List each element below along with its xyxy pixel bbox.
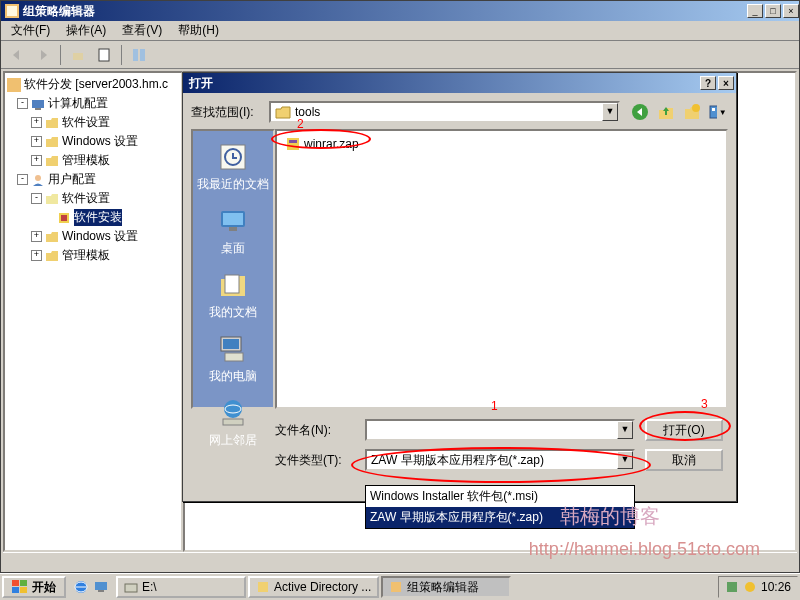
svg-rect-30 [12, 580, 19, 586]
svg-rect-3 [99, 49, 109, 61]
open-button[interactable]: 打开(O) [645, 419, 723, 441]
windows-flag-icon [12, 580, 28, 594]
ql-ie-icon[interactable] [72, 578, 90, 596]
properties-button[interactable] [92, 44, 116, 66]
svg-rect-14 [710, 106, 717, 118]
svg-rect-28 [287, 138, 299, 150]
taskbar: 开始 E:\ Active Directory ... 组策略编辑器 10:26 [0, 573, 800, 600]
start-button[interactable]: 开始 [2, 576, 66, 598]
expander-icon[interactable]: - [17, 98, 28, 109]
svg-point-9 [35, 175, 41, 181]
up-button[interactable] [66, 44, 90, 66]
expander-icon[interactable]: + [31, 117, 42, 128]
place-recent[interactable]: 我最近的文档 [193, 135, 273, 199]
tree-uc-software[interactable]: - 软件设置 [7, 189, 179, 208]
svg-rect-33 [20, 587, 27, 593]
lookin-label: 查找范围(I): [191, 104, 269, 121]
main-title: 组策略编辑器 [23, 3, 745, 20]
lookin-value: tools [295, 105, 320, 119]
svg-rect-29 [289, 140, 297, 143]
file-list[interactable]: winrar.zap 2 [275, 129, 728, 409]
svg-point-13 [692, 104, 700, 112]
tree-cc-windows[interactable]: + Windows 设置 [7, 132, 179, 151]
tree-computer-config[interactable]: - 计算机配置 [7, 94, 179, 113]
dialog-close-button[interactable]: × [718, 76, 734, 90]
tray-icon-1[interactable] [725, 580, 739, 594]
tray-icon-2[interactable] [743, 580, 757, 594]
expander-icon[interactable]: + [31, 250, 42, 261]
watermark-text-2: http://hanmei.blog.51cto.com [529, 539, 760, 560]
minimize-button[interactable]: _ [747, 4, 763, 18]
expander-icon[interactable]: - [31, 193, 42, 204]
svg-rect-22 [225, 275, 239, 293]
svg-rect-6 [7, 78, 21, 92]
tree-uc-windows[interactable]: + Windows 设置 [7, 227, 179, 246]
svg-point-41 [745, 582, 755, 592]
place-desktop[interactable]: 桌面 [193, 199, 273, 263]
app-icon [5, 4, 19, 18]
task-active-directory[interactable]: Active Directory ... [248, 576, 379, 598]
svg-rect-40 [727, 582, 737, 592]
svg-rect-38 [258, 582, 268, 592]
lookin-combo[interactable]: tools ▼ [269, 101, 620, 123]
cancel-button[interactable]: 取消 [645, 449, 723, 471]
tree-uc-admin[interactable]: + 管理模板 [7, 246, 179, 265]
svg-rect-35 [95, 582, 107, 590]
dropdown-icon[interactable]: ▼ [617, 421, 633, 439]
task-group-policy-editor[interactable]: 组策略编辑器 [381, 576, 511, 598]
svg-rect-32 [12, 587, 19, 593]
place-computer[interactable]: 我的电脑 [193, 327, 273, 391]
task-drive-e[interactable]: E:\ [116, 576, 246, 598]
main-titlebar[interactable]: 组策略编辑器 _ □ × [1, 1, 799, 21]
places-bar: 我最近的文档 桌面 我的文档 我的电脑 网上邻居 [191, 129, 275, 409]
menu-help[interactable]: 帮助(H) [170, 20, 227, 41]
system-tray[interactable]: 10:26 [718, 576, 798, 598]
filename-label: 文件名(N): [275, 422, 365, 439]
nav-back-icon[interactable] [630, 102, 650, 122]
nav-up-icon[interactable] [656, 102, 676, 122]
ql-desktop-icon[interactable] [92, 578, 110, 596]
expander-icon[interactable]: + [31, 136, 42, 147]
place-mydocs[interactable]: 我的文档 [193, 263, 273, 327]
filename-combo[interactable]: ▼ [365, 419, 635, 441]
file-item-winrar[interactable]: winrar.zap [281, 135, 363, 153]
svg-rect-24 [223, 339, 239, 349]
dropdown-icon[interactable]: ▼ [602, 103, 618, 121]
expander-icon[interactable]: - [17, 174, 28, 185]
folder-icon [275, 105, 291, 119]
nav-newfolder-icon[interactable] [682, 102, 702, 122]
dialog-help-button[interactable]: ? [700, 76, 716, 90]
svg-rect-5 [140, 49, 145, 61]
tree-pane[interactable]: 软件分发 [server2003.hm.c - 计算机配置 + 软件设置 + W… [3, 71, 183, 552]
dialog-titlebar[interactable]: 打开 ? × [183, 73, 736, 93]
main-toolbar [1, 41, 799, 69]
dialog-title: 打开 [189, 75, 213, 92]
tray-clock[interactable]: 10:26 [761, 580, 791, 594]
svg-rect-15 [712, 108, 715, 111]
close-button[interactable]: × [783, 4, 799, 18]
svg-rect-36 [98, 590, 104, 592]
tree-root[interactable]: 软件分发 [server2003.hm.c [7, 75, 179, 94]
file-icon [285, 136, 301, 152]
filetype-combo[interactable]: ZAW 早期版本应用程序包(*.zap) ▼ [365, 449, 635, 471]
refresh-button[interactable] [127, 44, 151, 66]
watermark-text-1: 韩梅的博客 [560, 503, 660, 530]
menu-action[interactable]: 操作(A) [58, 20, 114, 41]
svg-rect-20 [223, 213, 243, 225]
tree-cc-admin[interactable]: + 管理模板 [7, 151, 179, 170]
svg-point-26 [224, 400, 242, 418]
tree-user-config[interactable]: - 用户配置 [7, 170, 179, 189]
forward-button[interactable] [31, 44, 55, 66]
maximize-button[interactable]: □ [765, 4, 781, 18]
tree-cc-software[interactable]: + 软件设置 [7, 113, 179, 132]
tree-uc-software-install[interactable]: 软件安装 [7, 208, 179, 227]
menu-file[interactable]: 文件(F) [3, 20, 58, 41]
dropdown-icon[interactable]: ▼ [617, 451, 633, 469]
back-button[interactable] [5, 44, 29, 66]
open-dialog: 打开 ? × 查找范围(I): tools ▼ ▼ 我最近的文档 [182, 72, 737, 502]
menu-view[interactable]: 查看(V) [114, 20, 170, 41]
svg-rect-25 [225, 353, 243, 361]
expander-icon[interactable]: + [31, 155, 42, 166]
nav-views-icon[interactable]: ▼ [708, 102, 728, 122]
expander-icon[interactable]: + [31, 231, 42, 242]
